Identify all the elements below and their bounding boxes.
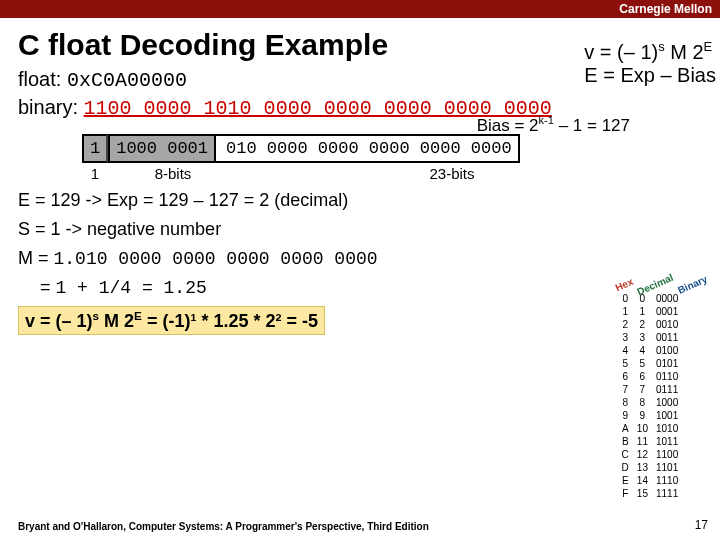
hex-decimal-binary-table: Hex Decimal Binary 000000110001220010330…	[615, 279, 708, 500]
header-bar: Carnegie Mellon	[0, 0, 720, 18]
footer-citation: Bryant and O'Hallaron, Computer Systems:…	[18, 521, 429, 532]
step-m2: = 1 + 1/4 = 1.25	[40, 277, 706, 298]
brand: Carnegie Mellon	[619, 2, 712, 16]
step-m1: M = 1.010 0000 0000 0000 0000 0000	[18, 248, 706, 269]
step-s: S = 1 -> negative number	[18, 219, 706, 240]
result-line: v = (– 1)s M 2E = (-1)¹ * 1.25 * 2² = -5	[18, 306, 706, 335]
bit-field-labels: 1 8-bits 23-bits	[82, 165, 706, 182]
bit-fields: 1 1000 0001 010 0000 0000 0000 0000 0000	[82, 134, 706, 163]
mantissa-field: 010 0000 0000 0000 0000 0000	[216, 134, 520, 163]
sign-field: 1	[82, 134, 108, 163]
value-formula: v = (– 1)s M 2E E = Exp – Bias	[584, 40, 716, 87]
bias-formula: Bias = 2k-1 – 1 = 127	[477, 114, 630, 136]
step-e: E = 129 -> Exp = 129 – 127 = 2 (decimal)	[18, 190, 706, 211]
page-number: 17	[695, 518, 708, 532]
exponent-field: 1000 0001	[108, 134, 216, 163]
